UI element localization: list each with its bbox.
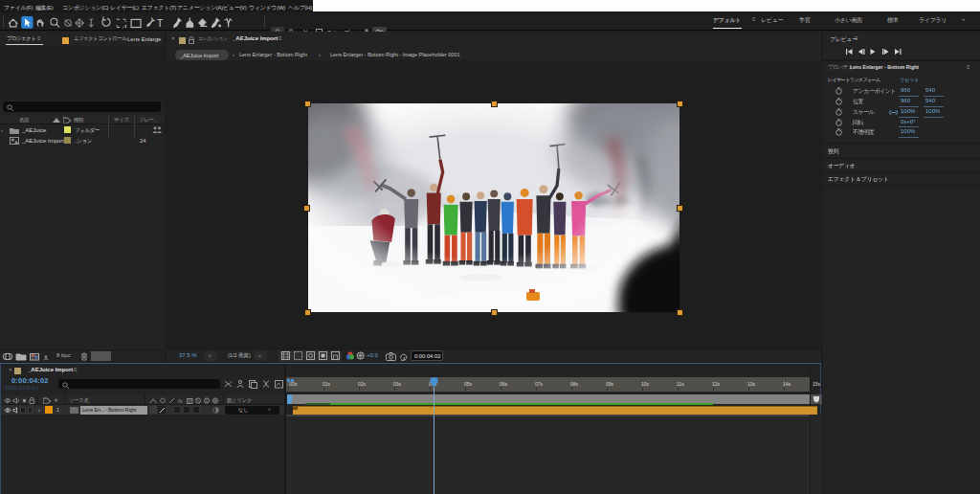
svg-text:fx: fx xyxy=(178,398,184,404)
svg-text:T: T xyxy=(157,17,164,29)
